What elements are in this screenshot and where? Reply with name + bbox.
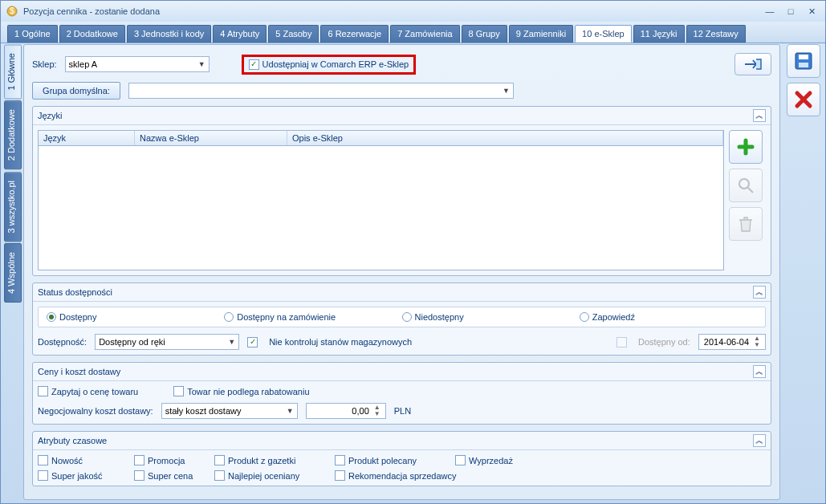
close-icon (793, 89, 814, 110)
collapse-button[interactable]: ︽ (753, 286, 766, 299)
tab-jezyki[interactable]: 11 Języki (633, 25, 685, 43)
spinner-icon: ▲▼ (754, 335, 760, 348)
delete-button[interactable] (729, 207, 763, 241)
trash-icon (738, 215, 754, 233)
spinner-icon: ▲▼ (374, 404, 380, 417)
nego-value: stały koszt dostawy (165, 406, 242, 416)
grid-actions (729, 130, 766, 270)
col-nazwa[interactable]: Nazwa e-Sklep (135, 131, 287, 145)
content-area: Sklep: sklep A ▼ Udostępniaj w Comarch E… (23, 44, 780, 500)
shop-value: sklep A (69, 59, 97, 69)
languages-panel: Języki ︽ Język Nazwa e-Sklep Opis e-Skle… (32, 106, 771, 276)
default-group-combo[interactable]: ▼ (128, 83, 514, 99)
from-value: 2014-06-04 (704, 337, 749, 347)
attr-label: Najlepiej oceniany (228, 471, 299, 481)
attr-checkbox[interactable] (134, 455, 144, 465)
languages-grid[interactable]: Język Nazwa e-Sklep Opis e-Sklep (38, 130, 724, 270)
top-tabs: 1 Ogólne 2 Dodatkowe 3 Jednostki i kody … (1, 22, 825, 43)
attr-checkbox[interactable] (38, 455, 48, 465)
attr-checkbox[interactable] (214, 455, 225, 465)
attr-checkbox[interactable] (335, 455, 345, 465)
attr-checkbox[interactable] (134, 470, 144, 481)
radio-label: Dostępny (59, 312, 96, 322)
tab-zamowienia[interactable]: 7 Zamówienia (390, 25, 459, 43)
radio-zamowienie[interactable] (224, 312, 234, 322)
tab-atrybuty[interactable]: 4 Atrybuty (213, 25, 267, 43)
vtab-wspolne[interactable]: 4 Wspólne (4, 243, 22, 303)
attr-label: Nowość (51, 456, 83, 465)
shop-label: Sklep: (32, 59, 57, 69)
radio-dostepny[interactable] (47, 312, 56, 322)
app-icon: $ (6, 5, 18, 18)
radio-zapowiedz[interactable] (580, 312, 589, 322)
status-title: Status dostępności (38, 287, 112, 297)
amount-value: 0,00 (352, 406, 368, 416)
price-title: Ceny i koszt dostawy (38, 367, 120, 376)
shop-combo[interactable]: sklep A ▼ (65, 56, 210, 72)
share-checkbox[interactable] (249, 59, 259, 70)
vtab-glowne[interactable]: 1 Główne (4, 44, 22, 99)
svg-rect-5 (799, 55, 808, 59)
add-button[interactable] (729, 130, 763, 164)
tab-zestawy[interactable]: 12 Zestawy (686, 25, 746, 43)
vtab-wszystkopl[interactable]: 3 wszystko.pl (4, 172, 22, 242)
tab-zasoby[interactable]: 5 Zasoby (268, 25, 319, 43)
maximize-button[interactable]: □ (782, 5, 800, 18)
attr-label: Promocja (148, 456, 185, 465)
no-discount-checkbox[interactable] (173, 386, 184, 396)
tab-jednostki[interactable]: 3 Jednostki i kody (127, 25, 211, 43)
tab-zamienniki[interactable]: 9 Zamienniki (509, 25, 573, 43)
attr-label: Super cena (148, 471, 193, 481)
radio-label: Niedostępny (415, 312, 464, 322)
attr-label: Rekomendacja sprzedawcy (348, 471, 457, 481)
attr-label: Super jakość (51, 471, 103, 481)
plus-icon (736, 137, 755, 156)
cancel-button[interactable] (787, 83, 820, 116)
svg-line-3 (748, 188, 753, 193)
attr-title: Atrybuty czasowe (38, 436, 107, 445)
ask-price-checkbox[interactable] (38, 386, 48, 396)
grid-header: Język Nazwa e-Sklep Opis e-Sklep (39, 131, 723, 146)
nostock-checkbox[interactable] (247, 337, 258, 348)
tab-ogolne[interactable]: 1 Ogólne (7, 25, 58, 43)
avail-combo[interactable]: Dostępny od ręki ▼ (95, 334, 239, 350)
collapse-button[interactable]: ︽ (753, 365, 766, 378)
tab-esklep[interactable]: 10 e-Sklep (575, 25, 632, 43)
amount-input[interactable]: 0,00 ▲▼ (306, 403, 386, 419)
app-window: $ Pozycja cennika - zostanie dodana — □ … (0, 0, 826, 504)
save-button[interactable] (787, 44, 820, 78)
attr-label: Produkt polecany (348, 456, 417, 465)
radio-label: Zapowiedź (592, 312, 635, 322)
attr-checkbox[interactable] (335, 470, 345, 481)
tab-grupy[interactable]: 8 Grupy (462, 25, 507, 43)
price-panel: Ceny i koszt dostawy ︽ Zapytaj o cenę to… (32, 362, 771, 425)
tab-dodatkowe[interactable]: 2 Dodatkowe (59, 25, 125, 43)
nav-arrow-button[interactable] (734, 53, 771, 75)
vtab-dodatkowe[interactable]: 2 Dodatkowe (4, 100, 22, 169)
svg-text:$: $ (10, 6, 14, 15)
collapse-button[interactable]: ︽ (753, 434, 766, 447)
search-icon (737, 177, 755, 194)
minimize-button[interactable]: — (761, 5, 779, 18)
attr-checkbox[interactable] (214, 470, 225, 481)
window-buttons: — □ ✕ (761, 5, 820, 18)
col-jezyk[interactable]: Język (39, 131, 135, 145)
avail-label: Dostępność: (38, 337, 87, 347)
close-window-button[interactable]: ✕ (803, 5, 820, 18)
nego-combo[interactable]: stały koszt dostawy ▼ (161, 403, 298, 419)
tab-rezerwacje[interactable]: 6 Rezerwacje (320, 25, 389, 43)
col-opis[interactable]: Opis e-Sklep (287, 131, 723, 145)
from-checkbox[interactable] (616, 337, 627, 348)
from-label: Dostępny od: (638, 337, 690, 347)
attr-checkbox[interactable] (38, 470, 48, 481)
chevron-down-icon: ▼ (287, 407, 294, 415)
from-date[interactable]: 2014-06-04 ▲▼ (698, 334, 766, 350)
default-group-button[interactable]: Grupa domyślna: (32, 82, 120, 100)
collapse-button[interactable]: ︽ (753, 109, 766, 122)
search-button[interactable] (729, 169, 763, 202)
save-icon (792, 50, 815, 72)
attr-panel: Atrybuty czasowe ︽ Nowość Promocja Produ… (32, 431, 771, 486)
window-title: Pozycja cennika - zostanie dodana (23, 6, 761, 16)
attr-checkbox[interactable] (455, 455, 466, 465)
radio-niedostepny[interactable] (402, 312, 412, 322)
